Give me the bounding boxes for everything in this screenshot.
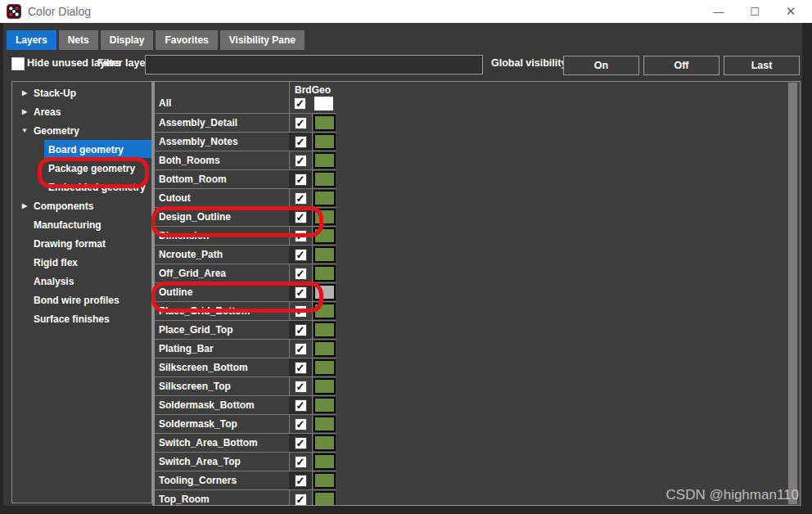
visibility-cell: ✓ [289,340,312,358]
layer-color-swatch[interactable] [314,265,336,282]
visibility-cell: ✓ [289,434,312,452]
layer-color-swatch[interactable] [314,246,336,263]
layer-color-swatch[interactable] [314,133,336,150]
layer-visibility-checkbox[interactable]: ✓ [295,343,307,355]
layer-color-swatch[interactable] [314,284,336,300]
all-visibility-checkbox[interactable]: ✓ [294,97,306,110]
layer-row-cutout: Cutout✓ [155,189,336,208]
layer-color-swatch[interactable] [314,171,336,187]
layer-grid: BrdGeo All ✓ Assembly_Detail✓Assembly_No… [155,82,336,506]
hide-unused-layers-checkbox[interactable] [11,57,25,70]
layer-visibility-checkbox[interactable]: ✓ [295,475,307,487]
tree-item-areas[interactable]: ▶Areas [12,102,151,121]
layer-color-swatch[interactable] [314,152,336,169]
layer-color-swatch[interactable] [314,340,336,357]
layer-visibility-checkbox[interactable]: ✓ [295,117,307,129]
watermark: CSDN @highman110 [666,487,799,503]
layer-color-swatch[interactable] [314,359,336,376]
table-scrollbar-thumb[interactable] [788,83,797,504]
layer-row-bottom_room: Bottom_Room✓ [155,170,336,189]
filter-layers-input[interactable] [145,55,483,74]
tree-item-package-geometry[interactable]: Package geometry [12,159,151,178]
layer-visibility-checkbox[interactable]: ✓ [295,230,307,242]
global-visibility-off-button[interactable]: Off [643,56,720,75]
layer-visibility-checkbox[interactable]: ✓ [295,418,307,431]
tree-item-drawing-format[interactable]: Drawing format [12,234,151,253]
tree-item-label: Manufacturing [34,219,102,231]
layer-visibility-checkbox[interactable]: ✓ [295,192,307,205]
layer-color-swatch[interactable] [314,115,336,131]
layer-color-swatch[interactable] [314,322,336,338]
layer-visibility-checkbox[interactable]: ✓ [295,305,307,318]
layer-visibility-checkbox[interactable]: ✓ [295,362,307,374]
tree-item-analysis[interactable]: Analysis [12,272,151,291]
tree-collapsed-arrow-icon[interactable]: ▶ [20,108,29,115]
layer-color-swatch[interactable] [314,491,336,506]
global-visibility-on-button[interactable]: On [563,56,639,75]
tab-nets[interactable]: Nets [59,30,98,50]
all-color-swatch[interactable] [314,97,333,110]
global-visibility-last-button[interactable]: Last [724,56,800,75]
layer-visibility-checkbox[interactable]: ✓ [295,399,307,412]
layer-visibility-checkbox[interactable]: ✓ [295,456,307,468]
tree-item-rigid-flex[interactable]: Rigid flex [12,253,151,272]
color-cell [312,264,336,282]
tree-item-components[interactable]: ▶Components [12,196,151,215]
layer-visibility-checkbox[interactable]: ✓ [295,268,307,280]
tree-item-label: Areas [34,106,61,118]
layer-row-off_grid_area: Off_Grid_Area✓ [155,264,336,283]
tree-item-board-geometry[interactable]: Board geometry [12,140,151,159]
layer-visibility-checkbox[interactable]: ✓ [295,437,307,449]
layer-color-swatch[interactable] [314,472,336,489]
layer-visibility-checkbox[interactable]: ✓ [295,324,307,336]
tree-collapsed-arrow-icon[interactable]: ▶ [20,202,29,210]
tree-item-stack-up[interactable]: ▶Stack-Up [12,83,151,102]
tree-item-surface-finishes[interactable]: Surface finishes [12,309,151,328]
layer-color-swatch[interactable] [314,416,336,432]
visibility-cell: ✓ [289,358,312,376]
layer-color-swatch[interactable] [314,303,336,319]
maximize-icon[interactable]: ☐ [737,0,773,23]
tree-item-label: Package geometry [48,163,135,174]
layer-visibility-checkbox[interactable]: ✓ [295,249,307,261]
tree-item-manufacturing[interactable]: Manufacturing [12,215,151,234]
tree-item-label: Drawing format [34,238,106,250]
layer-row-switch_area_bottom: Switch_Area_Bottom✓ [155,434,336,453]
tree-collapsed-arrow-icon[interactable]: ▶ [20,89,29,97]
tab-favorites[interactable]: Favorites [156,30,217,50]
table-scrollbar[interactable] [787,82,798,505]
color-cell [312,189,336,207]
layer-color-swatch[interactable] [314,435,336,451]
layer-color-swatch[interactable] [314,228,336,244]
layer-visibility-checkbox[interactable]: ✓ [295,155,307,167]
visibility-cell: ✓ [289,133,312,151]
color-cell [312,340,336,358]
layer-visibility-checkbox[interactable]: ✓ [295,211,307,223]
tree-item-embedded-geometry[interactable]: Embedded geometry [12,178,151,196]
tree-item-bond-wire-profiles[interactable]: Bond wire profiles [12,291,151,309]
tree-item-label: Analysis [34,276,74,287]
layer-class-tree: ▶Stack-Up▶Areas▼GeometryBoard geometryPa… [11,81,152,503]
layer-visibility-checkbox[interactable]: ✓ [295,494,307,506]
layer-color-swatch[interactable] [314,453,336,470]
layer-color-swatch[interactable] [314,378,336,395]
tab-layers[interactable]: Layers [7,30,56,50]
minimize-icon[interactable]: — [701,0,737,23]
tree-item-geometry[interactable]: ▼Geometry [12,121,151,140]
layer-name-label: Silkscreen_Top [159,377,231,395]
layer-visibility-checkbox[interactable]: ✓ [295,286,307,299]
visibility-cell: ✓ [289,114,312,132]
tree-expanded-arrow-icon[interactable]: ▼ [20,127,29,134]
close-icon[interactable]: ✕ [773,0,809,23]
visibility-cell: ✓ [289,151,312,169]
layer-color-swatch[interactable] [314,190,336,206]
layer-visibility-checkbox[interactable]: ✓ [295,381,307,393]
tab-display[interactable]: Display [101,30,154,50]
layer-color-swatch[interactable] [314,397,336,413]
tab-visibility-pane[interactable]: Visibility Pane [220,30,304,50]
layer-name-label: Soldermask_Bottom [159,396,255,414]
visibility-cell: ✓ [289,283,312,301]
layer-visibility-checkbox[interactable]: ✓ [295,174,307,186]
layer-color-swatch[interactable] [314,209,336,225]
layer-visibility-checkbox[interactable]: ✓ [295,136,307,148]
